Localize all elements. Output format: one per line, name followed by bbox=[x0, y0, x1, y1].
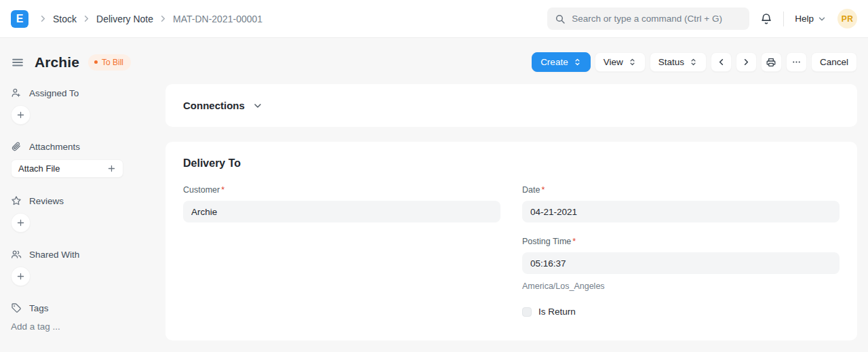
breadcrumb-document-id: MAT-DN-2021-00001 bbox=[173, 14, 262, 24]
assigned-to-label: Assigned To bbox=[29, 88, 79, 98]
help-menu[interactable]: Help bbox=[795, 14, 827, 24]
attach-file-label: Attach File bbox=[18, 163, 60, 174]
breadcrumb-delivery-note[interactable]: Delivery Note bbox=[96, 14, 153, 24]
customer-label-text: Customer bbox=[183, 185, 220, 195]
posting-time-field: Posting Time* America/Los_Angeles bbox=[522, 237, 840, 291]
posting-time-label: Posting Time* bbox=[522, 237, 840, 246]
ellipsis-icon bbox=[791, 57, 802, 67]
chevron-down-icon bbox=[817, 14, 827, 24]
select-chevrons-icon bbox=[573, 58, 582, 66]
customer-input[interactable] bbox=[183, 201, 500, 222]
form-column-right: Date* Posting Time* America/Los_Angeles bbox=[522, 185, 840, 317]
header-actions: Create View Status bbox=[532, 52, 857, 72]
is-return-checkbox[interactable] bbox=[522, 307, 532, 317]
cancel-button[interactable]: Cancel bbox=[811, 52, 857, 72]
required-marker: * bbox=[221, 185, 224, 195]
attach-file-button[interactable]: Attach File bbox=[11, 159, 123, 178]
posting-time-label-text: Posting Time bbox=[522, 237, 571, 246]
form-column-left: Customer* bbox=[183, 185, 500, 317]
chevron-right-icon bbox=[158, 14, 168, 24]
chevron-right-icon bbox=[81, 14, 92, 24]
delivery-to-title: Delivery To bbox=[183, 157, 840, 170]
chevron-right-icon bbox=[38, 14, 48, 24]
tags-label: Tags bbox=[29, 303, 49, 313]
create-button-label: Create bbox=[540, 57, 568, 67]
status-badge-label: To Bill bbox=[102, 58, 123, 67]
breadcrumb: Stock Delivery Note MAT-DN-2021-00001 bbox=[38, 14, 262, 24]
date-field: Date* bbox=[522, 185, 840, 222]
tag-icon bbox=[11, 302, 22, 313]
add-share-button[interactable] bbox=[11, 267, 31, 286]
reviews-section: Reviews bbox=[11, 195, 144, 206]
chevron-left-icon bbox=[716, 57, 726, 67]
tags-section: Tags bbox=[11, 302, 144, 313]
plus-icon bbox=[107, 164, 116, 173]
star-icon bbox=[11, 195, 22, 206]
date-label: Date* bbox=[522, 185, 840, 195]
status-button[interactable]: Status bbox=[650, 52, 707, 72]
view-button[interactable]: View bbox=[595, 52, 646, 72]
menu-ellipsis-button[interactable] bbox=[786, 52, 807, 72]
create-button[interactable]: Create bbox=[532, 52, 591, 72]
assigned-to-section: Assigned To bbox=[11, 87, 144, 98]
paperclip-icon bbox=[11, 141, 22, 152]
connections-section[interactable]: Connections bbox=[165, 84, 857, 127]
customer-label: Customer* bbox=[183, 185, 500, 195]
navbar: E Stock Delivery Note MAT-DN-2021-00001 … bbox=[0, 0, 868, 38]
next-document-button[interactable] bbox=[736, 52, 757, 72]
page-title: Archie bbox=[35, 54, 79, 71]
date-input[interactable] bbox=[522, 201, 840, 222]
shared-with-section: Shared With bbox=[11, 249, 144, 260]
chevron-right-icon bbox=[741, 57, 751, 67]
content-layout: Assigned To Attachments Attach File Revi… bbox=[0, 84, 868, 352]
search-icon bbox=[555, 14, 566, 24]
cancel-button-label: Cancel bbox=[820, 57, 848, 67]
reviews-label: Reviews bbox=[29, 196, 64, 206]
navbar-right: Help PR bbox=[547, 7, 857, 30]
status-dot bbox=[94, 60, 98, 64]
select-chevrons-icon bbox=[628, 58, 637, 66]
is-return-label: Is Return bbox=[538, 307, 576, 317]
is-return-field[interactable]: Is Return bbox=[522, 307, 840, 317]
print-button[interactable] bbox=[761, 52, 782, 72]
form-body: Connections Delivery To Customer* bbox=[165, 84, 857, 352]
sidebar-toggle-icon[interactable] bbox=[11, 56, 24, 69]
app-logo-letter: E bbox=[16, 13, 24, 25]
printer-icon bbox=[766, 57, 776, 68]
add-tag-input[interactable]: Add a tag ... bbox=[11, 321, 144, 332]
status-badge: To Bill bbox=[88, 54, 131, 71]
user-plus-icon bbox=[11, 87, 22, 98]
attachments-label: Attachments bbox=[29, 142, 80, 152]
add-review-button[interactable] bbox=[11, 213, 31, 233]
status-button-label: Status bbox=[658, 57, 684, 67]
connections-title: Connections bbox=[183, 100, 245, 111]
delivery-form-grid: Customer* Date* Posti bbox=[183, 185, 840, 317]
previous-document-button[interactable] bbox=[711, 52, 732, 72]
required-marker: * bbox=[572, 237, 576, 246]
delivery-to-section: Delivery To Customer* Date* bbox=[165, 142, 857, 340]
add-assignment-button[interactable] bbox=[11, 105, 31, 125]
customer-field: Customer* bbox=[183, 185, 500, 222]
timezone-text: America/Los_Angeles bbox=[522, 281, 840, 291]
global-search[interactable] bbox=[547, 7, 749, 30]
app-logo[interactable]: E bbox=[11, 10, 28, 28]
page-header: Archie To Bill Create View Status bbox=[0, 38, 868, 84]
breadcrumb-stock[interactable]: Stock bbox=[53, 14, 77, 24]
posting-time-input[interactable] bbox=[522, 252, 840, 274]
avatar-initials: PR bbox=[842, 14, 853, 24]
form-sidebar: Assigned To Attachments Attach File Revi… bbox=[11, 84, 144, 332]
search-input[interactable] bbox=[572, 14, 742, 24]
required-marker: * bbox=[541, 185, 545, 195]
select-chevrons-icon bbox=[689, 58, 698, 66]
attachments-section: Attachments bbox=[11, 141, 144, 152]
date-label-text: Date bbox=[522, 185, 540, 195]
view-button-label: View bbox=[604, 57, 623, 67]
shared-with-label: Shared With bbox=[29, 250, 79, 260]
navbar-divider bbox=[783, 12, 784, 26]
chevron-down-icon bbox=[252, 100, 263, 111]
users-icon bbox=[11, 249, 22, 260]
user-avatar[interactable]: PR bbox=[837, 9, 857, 28]
help-label: Help bbox=[795, 14, 814, 24]
notifications-bell-icon[interactable] bbox=[760, 13, 772, 25]
